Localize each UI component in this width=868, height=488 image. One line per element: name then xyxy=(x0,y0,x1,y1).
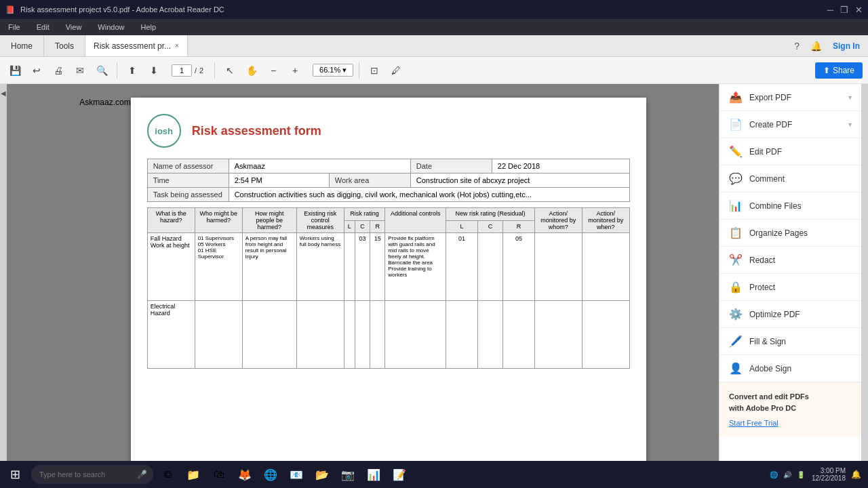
taskbar-folder[interactable]: 📂 xyxy=(310,462,334,487)
combine-files-label: Combine Files xyxy=(749,201,802,211)
zoom-display[interactable]: 66.1% ▾ xyxy=(313,64,353,77)
optimize-pdf-icon: ⚙️ xyxy=(729,308,743,321)
next-page-icon[interactable]: ⬇ xyxy=(144,61,163,80)
row2-L1 xyxy=(344,301,355,369)
fit-page-icon[interactable]: ⊡ xyxy=(365,61,384,80)
volume-icon: 🔊 xyxy=(783,471,791,479)
iosh-logo: iosh xyxy=(147,114,181,148)
convert-title: Convert and edit PDFswith Adobe Pro DC xyxy=(729,391,852,413)
signin-button[interactable]: Sign In xyxy=(833,41,860,51)
row1-C2 xyxy=(477,233,503,301)
row2-R2 xyxy=(503,301,534,369)
menu-edit[interactable]: Edit xyxy=(34,22,52,33)
row2-L2 xyxy=(446,301,477,369)
back-icon[interactable]: ↩ xyxy=(27,61,46,80)
risk-table: What is the hazard? Who might be harmed?… xyxy=(147,207,630,369)
tab-home-label: Home xyxy=(11,41,33,51)
th-who: Who might be harmed? xyxy=(195,208,242,233)
form-header: iosh Risk assessment form xyxy=(147,114,630,148)
export-pdf-chevron: ▾ xyxy=(848,94,852,101)
taskbar-powerpoint[interactable]: 📊 xyxy=(361,462,386,487)
taskbar-search[interactable] xyxy=(31,465,153,484)
trial-button[interactable]: Start Free Trial xyxy=(729,418,852,429)
taskbar-time: 3:00 PM xyxy=(812,467,846,474)
taskbar-clock: 3:00 PM 12/22/2018 xyxy=(812,467,846,482)
panel-redact[interactable]: ✂️ Redact xyxy=(719,247,861,274)
protect-icon: 🔒 xyxy=(729,281,743,293)
toolbar-sep1 xyxy=(117,62,117,79)
menu-file[interactable]: File xyxy=(5,22,23,33)
workarea-label: Work area xyxy=(329,174,410,188)
info-table: Name of assessor Askmaaz Date 22 Dec 201… xyxy=(147,159,630,202)
pdf-page: iosh Risk assessment form Name of assess… xyxy=(131,98,646,488)
taskbar-task-view[interactable]: ⧉ xyxy=(155,462,180,487)
menu-window[interactable]: Window xyxy=(95,22,127,33)
zoom-out-icon[interactable]: − xyxy=(264,61,283,80)
prev-page-icon[interactable]: ⬆ xyxy=(123,61,142,80)
page-total: 2 xyxy=(199,66,203,75)
app-title: 📕 Risk assessment project v5.0.pdf - Ado… xyxy=(5,5,224,14)
taskbar-file-explorer[interactable]: 📁 xyxy=(181,462,205,487)
protect-label: Protect xyxy=(749,283,775,292)
start-button[interactable]: ⊞ xyxy=(3,462,27,487)
taskbar-store[interactable]: 🛍 xyxy=(207,462,231,487)
taskbar-sys: 🌐 🔊 🔋 xyxy=(764,471,810,479)
th-R2: R xyxy=(503,220,534,233)
zoom-in-icon[interactable]: + xyxy=(285,61,304,80)
close-button[interactable]: ✕ xyxy=(855,5,863,15)
mic-icon[interactable]: 🎤 xyxy=(137,470,147,479)
th-L2: L xyxy=(446,220,477,233)
share-button[interactable]: ⬆ Share xyxy=(815,62,863,79)
email-icon[interactable]: ✉ xyxy=(71,61,90,80)
panel-adobe-sign[interactable]: 👤 Adobe Sign xyxy=(719,355,861,382)
comment-icon: 💬 xyxy=(729,172,743,185)
panel-organize-pages[interactable]: 📋 Organize Pages xyxy=(719,220,861,247)
tab-tools[interactable]: Tools xyxy=(44,35,85,56)
minimize-button[interactable]: ─ xyxy=(827,5,833,15)
page-input[interactable]: 1 xyxy=(172,64,192,77)
organize-pages-label: Organize Pages xyxy=(749,228,808,238)
tab-home[interactable]: Home xyxy=(0,35,44,56)
panel-protect[interactable]: 🔒 Protect xyxy=(719,274,861,301)
help-icon[interactable]: ? xyxy=(794,41,800,52)
search-icon[interactable]: 🔍 xyxy=(92,61,111,80)
taskbar-word[interactable]: 📝 xyxy=(387,462,412,487)
adobe-sign-icon: 👤 xyxy=(729,362,743,375)
panel-export-pdf[interactable]: 📤 Export PDF ▾ xyxy=(719,84,861,111)
create-pdf-chevron: ▾ xyxy=(848,121,852,128)
menu-help[interactable]: Help xyxy=(138,22,159,33)
date-label: Date xyxy=(410,159,492,174)
taskbar-outlook[interactable]: 📧 xyxy=(284,462,309,487)
notification-icon[interactable]: 🔔 xyxy=(810,41,822,52)
markup-icon[interactable]: 🖊 xyxy=(387,61,406,80)
taskbar-firefox[interactable]: 🦊 xyxy=(233,462,257,487)
app-icon: 📕 xyxy=(5,5,15,14)
notification-center[interactable]: 🔔 xyxy=(847,470,865,479)
time-label: Time xyxy=(147,174,229,188)
tabbar: Home Tools Risk assessment pr... × ? 🔔 S… xyxy=(0,35,868,57)
th-controls: Existing risk control measures xyxy=(296,208,344,233)
restore-button[interactable]: ❐ xyxy=(840,5,848,15)
redact-icon: ✂️ xyxy=(729,253,743,266)
select-tool-icon[interactable]: ↖ xyxy=(220,61,239,80)
share-label: Share xyxy=(833,66,854,75)
panel-optimize-pdf[interactable]: ⚙️ Optimize PDF xyxy=(719,301,861,328)
save-icon[interactable]: 💾 xyxy=(5,61,24,80)
panel-edit-pdf[interactable]: ✏️ Edit PDF xyxy=(719,138,861,165)
menu-view[interactable]: View xyxy=(63,22,85,33)
hand-tool-icon[interactable]: ✋ xyxy=(242,61,261,80)
tab-active[interactable]: Risk assessment pr... × xyxy=(85,35,188,56)
print-icon[interactable]: 🖨 xyxy=(49,61,68,80)
row2-who xyxy=(195,301,242,369)
panel-create-pdf[interactable]: 📄 Create PDF ▾ xyxy=(719,111,861,138)
tab-close[interactable]: × xyxy=(175,42,179,49)
row1-who: 01 Supervisors05 Workers01 HSE Superviso… xyxy=(195,233,242,301)
left-gutter-arrow[interactable]: ◀ xyxy=(1,89,6,97)
taskbar: ⊞ 🎤 ⧉ 📁 🛍 🦊 🌐 📧 📂 📷 📊 📝 🌐 🔊 🔋 3:00 PM 12… xyxy=(0,461,868,488)
pdf-area[interactable]: Askmaaz.com iosh Risk assessment form Na… xyxy=(7,84,719,488)
taskbar-edge[interactable]: 🌐 xyxy=(258,462,283,487)
panel-combine-files[interactable]: 📊 Combine Files xyxy=(719,192,861,220)
taskbar-photos[interactable]: 📷 xyxy=(336,462,360,487)
panel-fill-sign[interactable]: 🖊️ Fill & Sign xyxy=(719,328,861,355)
panel-comment[interactable]: 💬 Comment xyxy=(719,165,861,192)
